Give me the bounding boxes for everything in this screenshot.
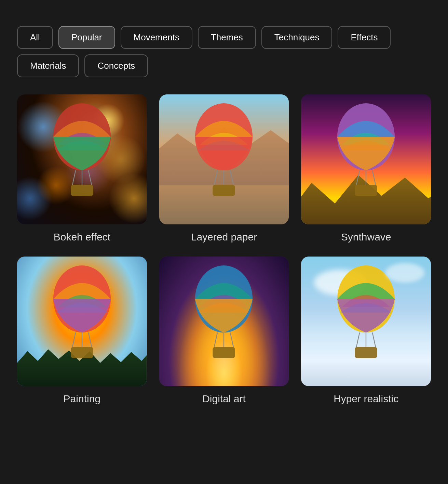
item-label-synthwave: Synthwave <box>341 231 391 243</box>
item-image-hyper-realistic <box>301 257 431 387</box>
svg-line-13 <box>372 170 376 185</box>
svg-line-23 <box>230 332 233 347</box>
item-image-layered-paper <box>159 94 289 224</box>
item-bg-bokeh <box>17 94 147 224</box>
svg-line-16 <box>72 332 76 347</box>
filter-btn-concepts[interactable]: Concepts <box>84 54 148 77</box>
grid-item-bokeh[interactable]: Bokeh effect <box>17 94 147 243</box>
svg-rect-4 <box>71 185 93 196</box>
filter-btn-techniques[interactable]: Techniques <box>261 26 332 49</box>
grid-item-hyper-realistic[interactable]: Hyper realistic <box>301 257 431 405</box>
svg-rect-29 <box>355 347 377 358</box>
grid-item-painting[interactable]: Painting <box>17 257 147 405</box>
filter-btn-effects[interactable]: Effects <box>338 26 391 49</box>
grid-item-digital-art[interactable]: Digital art <box>159 257 289 405</box>
svg-line-6 <box>214 170 217 185</box>
item-image-synthwave <box>301 94 431 224</box>
filter-btn-popular[interactable]: Popular <box>58 26 115 49</box>
svg-line-8 <box>230 170 233 185</box>
styles-grid: Bokeh effect Layered paper Synthwave Pai… <box>17 94 431 405</box>
item-image-bokeh <box>17 94 147 224</box>
item-bg-digital-art <box>159 257 289 387</box>
svg-line-28 <box>372 332 376 347</box>
grid-item-synthwave[interactable]: Synthwave <box>301 94 431 243</box>
item-bg-hyper-realistic <box>301 257 431 387</box>
filter-btn-themes[interactable]: Themes <box>198 26 256 49</box>
svg-line-26 <box>356 332 359 347</box>
svg-line-1 <box>72 170 76 185</box>
filter-button-group: AllPopularMovementsThemesTechniquesEffec… <box>17 26 431 77</box>
filter-btn-all[interactable]: All <box>17 26 53 49</box>
svg-line-3 <box>89 170 92 185</box>
grid-item-layered-paper[interactable]: Layered paper <box>159 94 289 243</box>
item-bg-synthwave <box>301 94 431 224</box>
item-bg-painting <box>17 257 147 387</box>
item-image-painting <box>17 257 147 387</box>
svg-line-18 <box>89 332 92 347</box>
item-label-layered-paper: Layered paper <box>191 231 257 243</box>
filter-btn-movements[interactable]: Movements <box>121 26 192 49</box>
svg-rect-19 <box>71 347 93 358</box>
svg-line-11 <box>356 170 359 185</box>
item-label-hyper-realistic: Hyper realistic <box>334 393 398 405</box>
item-label-digital-art: Digital art <box>202 393 246 405</box>
svg-line-21 <box>214 332 217 347</box>
svg-rect-9 <box>213 185 235 196</box>
svg-rect-24 <box>213 347 235 358</box>
item-label-bokeh: Bokeh effect <box>54 231 110 243</box>
item-bg-layered-paper <box>159 94 289 224</box>
filter-btn-materials[interactable]: Materials <box>17 54 79 77</box>
item-label-painting: Painting <box>64 393 100 405</box>
svg-rect-14 <box>355 185 377 196</box>
item-image-digital-art <box>159 257 289 387</box>
